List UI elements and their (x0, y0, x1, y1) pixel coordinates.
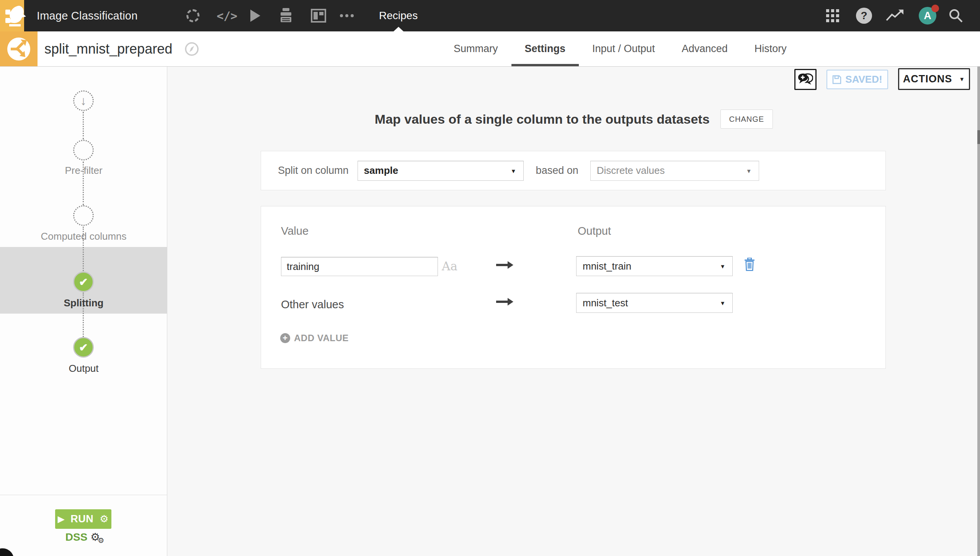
settings-main-panel: Map values of a single column to the out… (168, 67, 980, 556)
value-column-header: Value (281, 225, 309, 237)
play-icon: ▶ (58, 514, 64, 524)
tab-summary[interactable]: Summary (440, 31, 511, 66)
caret-down-icon: ▼ (511, 167, 516, 174)
change-button[interactable]: CHANGE (720, 110, 773, 129)
step-input-circle[interactable]: ↓ (73, 90, 94, 111)
caret-down-icon: ▼ (746, 167, 752, 174)
delete-row-button[interactable] (744, 257, 757, 272)
step-output-circle[interactable]: ✔ (73, 337, 94, 358)
save-floppy-icon (832, 75, 841, 84)
jobs-stack-icon[interactable] (279, 8, 293, 24)
saved-label: SAVED! (845, 74, 882, 85)
caret-down-icon: ▼ (959, 76, 965, 82)
add-value-label: ADD VALUE (294, 333, 349, 343)
based-on-value: Discrete values (597, 165, 665, 177)
lab-icon[interactable] (186, 9, 199, 22)
output-dataset-value: mnist_test (583, 297, 628, 309)
based-on-label: based on (536, 165, 578, 177)
step-label-prefilter[interactable]: Pre-filter (0, 165, 167, 177)
actions-label: ACTIONS (903, 73, 952, 85)
split-on-column-label: Split on column (278, 165, 349, 177)
splitting-mode-heading: Map values of a single column to the out… (375, 112, 710, 127)
output-column-header: Output (578, 225, 611, 237)
tab-advanced[interactable]: Advanced (668, 31, 741, 66)
breadcrumb-recipes[interactable]: Recipes (379, 10, 418, 22)
recipe-tabs: Summary Settings Input / Output Advanced… (440, 31, 800, 66)
top-navigation-bar: Image Classification </> Recipes ? A (0, 0, 980, 31)
step-computed-columns-circle[interactable] (73, 205, 94, 226)
split-column-select[interactable]: sample ▼ (358, 161, 524, 181)
code-icon[interactable]: </> (217, 9, 237, 23)
dataiku-logo-icon[interactable] (6, 5, 26, 26)
value-mapping-panel: Value Output Aa mnist_train ▼ Other valu… (261, 206, 886, 369)
vertical-scrollbar-thumb[interactable] (977, 130, 980, 144)
sidebar-divider (0, 495, 167, 495)
saved-button: SAVED! (826, 70, 888, 89)
maps-to-arrow-icon (495, 260, 514, 270)
tab-history[interactable]: History (741, 31, 800, 66)
step-label-computed-columns[interactable]: Computed columns (0, 231, 167, 242)
add-value-button[interactable]: + ADD VALUE (280, 333, 349, 343)
project-name[interactable]: Image Classification (37, 10, 138, 22)
caret-down-icon: ▼ (720, 300, 725, 306)
discussions-button[interactable] (794, 69, 817, 90)
output-dataset-select-train[interactable]: mnist_train ▼ (576, 256, 733, 276)
recipe-steps-sidebar: ↓ Pre-filter Computed columns ✔ Splittin… (0, 67, 167, 556)
discussions-icon (798, 73, 813, 86)
recipe-header: split_mnist_prepared Summary Settings In… (0, 31, 980, 67)
down-arrow-icon: ↓ (80, 94, 87, 108)
step-prefilter-circle[interactable] (73, 140, 94, 160)
step-splitting-circle[interactable]: ✔ (73, 271, 94, 292)
split-column-value: sample (364, 165, 399, 177)
step-label-splitting[interactable]: Splitting (0, 297, 167, 309)
output-dataset-select-test[interactable]: mnist_test ▼ (576, 293, 733, 313)
check-icon: ✔ (79, 276, 88, 288)
tab-settings[interactable]: Settings (511, 31, 579, 66)
notification-dot (931, 5, 939, 12)
split-recipe-icon (0, 31, 38, 66)
other-values-label: Other values (281, 298, 344, 311)
engine-label: DSS (65, 531, 88, 543)
step-connector (83, 112, 84, 139)
jobs-play-icon[interactable] (250, 10, 260, 22)
run-button[interactable]: ▶ RUN ⚙ (55, 509, 111, 529)
value-input[interactable] (281, 257, 438, 276)
navigator-compass-icon[interactable] (185, 42, 199, 56)
more-menu-icon[interactable] (340, 14, 354, 17)
recipes-caret-marker (394, 27, 403, 31)
run-settings-gear-icon[interactable]: ⚙ (100, 513, 109, 525)
trash-icon (744, 258, 755, 271)
engine-gears-icon: ⚙⚙ (90, 531, 102, 543)
plus-circle-icon: + (280, 333, 290, 343)
output-dataset-value: mnist_train (583, 260, 631, 272)
trend-icon[interactable] (886, 10, 904, 22)
maps-to-arrow-icon (495, 297, 514, 307)
based-on-select[interactable]: Discrete values ▼ (590, 161, 759, 181)
search-icon[interactable] (949, 8, 963, 23)
run-label: RUN (70, 513, 93, 525)
check-icon: ✔ (79, 341, 88, 354)
dashboard-icon[interactable] (311, 9, 326, 23)
case-sensitivity-toggle[interactable]: Aa (442, 259, 457, 273)
apps-grid-icon[interactable] (826, 9, 829, 12)
actions-button[interactable]: ACTIONS ▼ (898, 68, 970, 90)
help-icon[interactable]: ? (856, 8, 872, 24)
page-title: split_mnist_prepared (44, 41, 172, 57)
engine-selector[interactable]: DSS ⚙⚙ (0, 531, 167, 545)
step-label-output[interactable]: Output (0, 363, 167, 374)
tab-input-output[interactable]: Input / Output (579, 31, 668, 66)
split-column-panel: Split on column sample ▼ based on Discre… (261, 151, 886, 190)
caret-down-icon: ▼ (720, 263, 725, 270)
